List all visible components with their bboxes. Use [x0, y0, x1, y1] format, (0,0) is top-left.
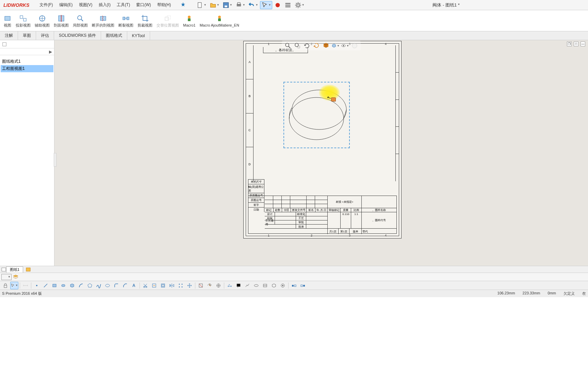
zoom-fit-icon[interactable] [284, 42, 292, 50]
svg-point-40 [36, 285, 37, 286]
menu-view[interactable]: 视图(V) [76, 1, 95, 9]
menu-insert[interactable]: 插入(I) [96, 1, 113, 9]
svg-text:⌀: ⌀ [229, 283, 230, 286]
sk-repair[interactable] [206, 282, 214, 289]
select-button[interactable]: ▼ [260, 1, 272, 9]
tab-evaluate[interactable]: 评估 [36, 31, 54, 40]
ribbon-macro1[interactable]: Macro1 [181, 11, 198, 30]
sk-line[interactable] [42, 282, 50, 289]
sk-fillet[interactable] [112, 282, 120, 289]
sk-display-delete[interactable] [197, 282, 205, 289]
sk-quick-snap[interactable] [214, 282, 223, 289]
sk-rapid-dim[interactable]: ⌀ [226, 282, 234, 289]
sk-mirror[interactable] [168, 282, 176, 289]
menu-help[interactable]: 帮助(H) [154, 1, 174, 9]
maximize-icon[interactable]: □ [574, 42, 578, 46]
sk-polygon[interactable] [86, 282, 94, 289]
menu-file[interactable]: 文件(F) [37, 1, 55, 9]
zone-bot-3: 3 [349, 234, 350, 237]
svg-point-23 [188, 16, 191, 18]
sk-annotation6[interactable] [279, 282, 287, 289]
tab-sheetformat[interactable]: 图纸格式 [101, 31, 127, 40]
tab-annotate[interactable]: 注解 [0, 31, 18, 40]
apply-scene-icon[interactable] [350, 42, 359, 50]
ribbon-section-view[interactable]: 剖面视图 [52, 11, 71, 30]
ribbon-macro2[interactable]: Macro AjoutMatiere_EN [198, 11, 241, 30]
print-button[interactable]: ▼ [234, 1, 246, 9]
feature-tree[interactable]: 图纸格式1 工程图视图1 [0, 55, 54, 74]
section-view-icon[interactable] [322, 42, 330, 50]
tb-foot-3: 替代 [362, 229, 396, 234]
minimize-view-icon[interactable]: — [581, 42, 585, 46]
sk-lock[interactable] [1, 282, 10, 289]
sk-arc[interactable] [77, 282, 85, 289]
undo-button[interactable]: ▼ [247, 1, 259, 9]
sk-point[interactable] [33, 282, 41, 289]
zoom-area-icon[interactable] [293, 42, 301, 50]
sk-spline[interactable] [95, 282, 103, 289]
tree-sheet-format[interactable]: 图纸格式1 [1, 58, 53, 65]
ribbon-detail-view[interactable]: 局部视图 [71, 11, 90, 30]
tb-procr-1: 工艺 [296, 216, 306, 220]
drawing-canvas[interactable]: ▼ ▼ ❐ □ — 1 2 3 4 1 2 3 4 A [54, 40, 588, 266]
view-toolbar: ▼ ▼ [282, 41, 361, 50]
drawing-sheet[interactable]: 1 2 3 4 1 2 3 4 A B C D [243, 41, 402, 239]
layer-toggle-icon[interactable] [13, 274, 18, 280]
pin-icon[interactable] [178, 1, 189, 9]
rebuild-button[interactable] [273, 1, 282, 9]
settings-button[interactable]: ▼ [293, 1, 306, 9]
sk-hide1[interactable] [290, 282, 298, 289]
sk-chamfer[interactable] [121, 282, 129, 289]
ribbon-model-view[interactable]: 视图 [1, 11, 14, 30]
menu-tools[interactable]: 工具(T) [114, 1, 133, 9]
save-button[interactable]: ▼ [221, 1, 233, 9]
menu-edit[interactable]: 编辑(E) [56, 1, 76, 9]
zone-bot-4: 4 [385, 234, 387, 237]
drawing-view-1[interactable]: ↖ [283, 82, 350, 148]
add-sheet-icon[interactable] [25, 267, 31, 272]
sk-trim[interactable] [141, 282, 149, 289]
hide-show-icon[interactable]: ▼ [341, 42, 349, 50]
options-button[interactable] [283, 1, 293, 9]
sk-slot[interactable] [59, 282, 67, 289]
sheet-tab-1[interactable]: 图纸1 [6, 266, 23, 273]
sk-annotation4[interactable] [261, 282, 269, 289]
title-block-grid: 材质 <未指定> 标记 处数 分区 更改文件号 签名 [248, 196, 397, 234]
zone-left-D: D [246, 147, 253, 181]
sk-select[interactable]: ▼ [10, 282, 18, 289]
ribbon-crop-view[interactable]: 剪裁视图 [135, 11, 154, 30]
previous-view-icon[interactable] [303, 42, 311, 50]
svg-rect-67 [294, 285, 296, 287]
sk-convert[interactable] [150, 282, 158, 289]
menu-window[interactable]: 窗口(W) [133, 1, 153, 9]
open-button[interactable]: ▼ [208, 1, 220, 9]
sk-ellipse[interactable] [103, 282, 112, 289]
sk-text[interactable]: A [130, 282, 138, 289]
sk-annotation5[interactable] [270, 282, 278, 289]
sk-offset[interactable] [159, 282, 167, 289]
sk-cube[interactable] [68, 282, 76, 289]
sk-annotation1[interactable] [234, 282, 243, 289]
forward-icon[interactable]: ▶ [49, 49, 52, 54]
tree-drawing-view[interactable]: 工程图视图1 [1, 65, 53, 72]
sk-smartdim[interactable] [21, 282, 30, 289]
restore-down-icon[interactable]: ❐ [567, 42, 572, 46]
tab-kytool[interactable]: KYTool [127, 31, 150, 40]
display-style-icon[interactable]: ▼ [331, 42, 340, 50]
sk-annotation2[interactable] [243, 282, 251, 289]
sk-rectangle[interactable] [50, 282, 59, 289]
sidebar-collapse-handle[interactable] [54, 153, 56, 167]
rotate-view-icon[interactable] [312, 42, 321, 50]
sk-move[interactable] [185, 282, 194, 289]
new-button[interactable]: ▼ [195, 1, 208, 9]
sk-hide2[interactable] [299, 282, 307, 289]
sk-pattern[interactable] [177, 282, 185, 289]
ribbon-break-view[interactable]: 断裂视图 [116, 11, 135, 30]
ribbon-broken-section[interactable]: 断开的剖视图 [90, 11, 116, 30]
tab-sketch[interactable]: 草图 [18, 31, 36, 40]
layer-combo[interactable]: ▼ [1, 274, 12, 280]
ribbon-projected-view[interactable]: 投影视图 [14, 11, 33, 30]
tab-addins[interactable]: SOLIDWORKS 插件 [54, 31, 101, 40]
sk-annotation3[interactable] [252, 282, 260, 289]
ribbon-auxiliary-view[interactable]: 辅助视图 [33, 11, 52, 30]
